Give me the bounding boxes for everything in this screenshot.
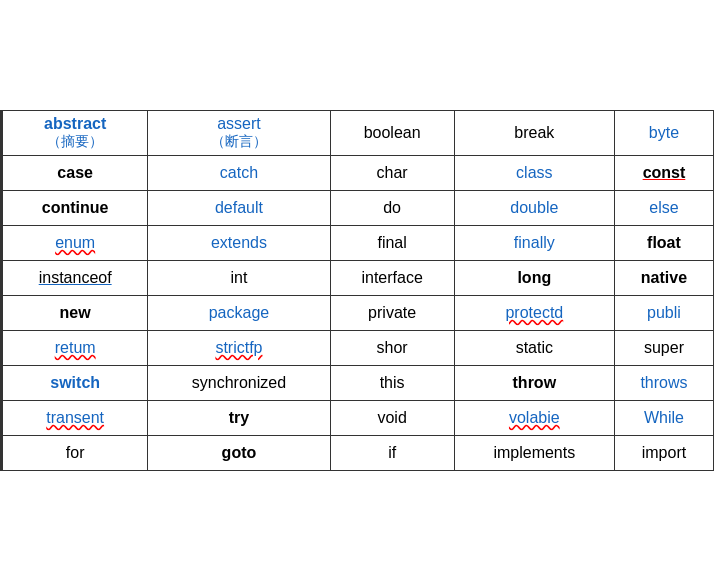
cell-text: const [643, 164, 686, 181]
cell-text: catch [220, 164, 258, 181]
cell-for: for [2, 436, 148, 471]
cell-text: new [60, 304, 91, 321]
cell-text: package [209, 304, 270, 321]
cell-text: finally [514, 234, 555, 251]
cell-publi: publi [614, 296, 713, 331]
cell-text: try [229, 409, 249, 426]
cell-text: do [383, 199, 401, 216]
cell-try: try [148, 401, 330, 436]
cell-goto: goto [148, 436, 330, 471]
cell-text: protectd [505, 304, 563, 321]
cell-interface: interface [330, 261, 454, 296]
cell-text: switch [50, 374, 100, 391]
cell-extends: extends [148, 226, 330, 261]
cell-throws: throws [614, 366, 713, 401]
cell-case: case [2, 156, 148, 191]
cell-const: const [614, 156, 713, 191]
table-row: continue default do double else [2, 191, 714, 226]
cell-text: boolean [364, 124, 421, 141]
cell-text: goto [222, 444, 257, 461]
table-row: switch synchronized this throw throws [2, 366, 714, 401]
cell-text: private [368, 304, 416, 321]
cell-private: private [330, 296, 454, 331]
cell-text: case [57, 164, 93, 181]
cell-text: abstract [7, 115, 143, 133]
cell-text: continue [42, 199, 109, 216]
cell-break: break [454, 111, 614, 156]
cell-class: class [454, 156, 614, 191]
cell-instanceof: instanceof [2, 261, 148, 296]
cell-text: void [377, 409, 406, 426]
cell-default: default [148, 191, 330, 226]
cell-if: if [330, 436, 454, 471]
cell-throw: throw [454, 366, 614, 401]
cell-text: static [516, 339, 553, 356]
cell-text: break [514, 124, 554, 141]
cell-text: float [647, 234, 681, 251]
table-row: case catch char class const [2, 156, 714, 191]
table-row: abstract （摘要） assert （断言） boolean break … [2, 111, 714, 156]
cell-package: package [148, 296, 330, 331]
cell-void: void [330, 401, 454, 436]
table-row: for goto if implements import [2, 436, 714, 471]
cell-byte: byte [614, 111, 713, 156]
cell-text: throw [513, 374, 557, 391]
cell-transent: transent [2, 401, 148, 436]
cell-text: default [215, 199, 263, 216]
cell-text: enum [55, 234, 95, 251]
cell-text: this [380, 374, 405, 391]
cell-text: shor [377, 339, 408, 356]
cell-char: char [330, 156, 454, 191]
cell-text: transent [46, 409, 104, 426]
cell-else: else [614, 191, 713, 226]
cell-sub: （摘要） [7, 133, 143, 151]
cell-abstract: abstract （摘要） [2, 111, 148, 156]
table-row: transent try void volabie While [2, 401, 714, 436]
cell-text: char [377, 164, 408, 181]
cell-text: import [642, 444, 686, 461]
cell-long: long [454, 261, 614, 296]
cell-text: retum [55, 339, 96, 356]
table-row: enum extends final finally float [2, 226, 714, 261]
cell-text: double [510, 199, 558, 216]
cell-synchronized: synchronized [148, 366, 330, 401]
cell-text: interface [361, 269, 422, 286]
table-row: instanceof int interface long native [2, 261, 714, 296]
cell-sub: （断言） [152, 133, 325, 151]
cell-implements: implements [454, 436, 614, 471]
cell-retum: retum [2, 331, 148, 366]
keywords-table: abstract （摘要） assert （断言） boolean break … [0, 110, 714, 471]
cell-double: double [454, 191, 614, 226]
cell-assert: assert （断言） [148, 111, 330, 156]
table-row: retum strictfp shor static super [2, 331, 714, 366]
cell-text: volabie [509, 409, 560, 426]
cell-volabie: volabie [454, 401, 614, 436]
cell-text: super [644, 339, 684, 356]
cell-protectd: protectd [454, 296, 614, 331]
cell-catch: catch [148, 156, 330, 191]
cell-static: static [454, 331, 614, 366]
table-row: new package private protectd publi [2, 296, 714, 331]
cell-do: do [330, 191, 454, 226]
cell-text: assert [152, 115, 325, 133]
cell-text: synchronized [192, 374, 286, 391]
cell-native: native [614, 261, 713, 296]
cell-text: publi [647, 304, 681, 321]
cell-boolean: boolean [330, 111, 454, 156]
cell-shor: shor [330, 331, 454, 366]
cell-text: if [388, 444, 396, 461]
cell-text: int [230, 269, 247, 286]
cell-super: super [614, 331, 713, 366]
cell-strictfp: strictfp [148, 331, 330, 366]
cell-import: import [614, 436, 713, 471]
cell-text: implements [493, 444, 575, 461]
cell-text: class [516, 164, 552, 181]
cell-text: extends [211, 234, 267, 251]
cell-float: float [614, 226, 713, 261]
cell-text: for [66, 444, 85, 461]
cell-this: this [330, 366, 454, 401]
cell-text: byte [649, 124, 679, 141]
cell-switch: switch [2, 366, 148, 401]
cell-continue: continue [2, 191, 148, 226]
cell-finally: finally [454, 226, 614, 261]
